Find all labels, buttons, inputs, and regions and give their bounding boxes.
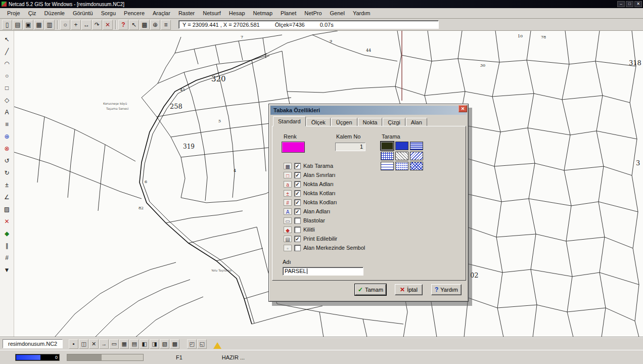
help-icon[interactable]: ? <box>118 20 128 30</box>
menu-netmap[interactable]: Netmap <box>249 9 277 17</box>
tab-cizgi[interactable]: Çizgi <box>383 118 405 126</box>
parallel-tool-icon[interactable]: ∥ <box>2 240 13 251</box>
warning-triangle-icon[interactable] <box>212 339 222 349</box>
print-icon[interactable]: ▦ <box>34 20 44 30</box>
menu-pencere[interactable]: Pencere <box>120 9 149 17</box>
menu-planet[interactable]: Planet <box>277 9 300 17</box>
more-tools-icon[interactable]: ▼ <box>2 264 13 275</box>
menu-sorgu[interactable]: Sorgu <box>97 9 120 17</box>
iptal-button[interactable]: ✕ İptal <box>395 284 423 295</box>
delete-node-icon[interactable]: ⊗ <box>2 143 13 154</box>
tarama-pattern-7[interactable] <box>381 162 394 170</box>
hatch-tool-icon[interactable]: ▨ <box>2 204 13 214</box>
raster-grid-icon[interactable]: ▦ <box>119 339 129 349</box>
new-icon[interactable]: ▯ <box>2 20 12 30</box>
jump-icon[interactable]: → <box>99 339 109 349</box>
close-button[interactable]: ✕ <box>634 1 642 7</box>
menu-genel[interactable]: Genel <box>326 9 349 17</box>
move-icon[interactable]: ↔ <box>81 20 91 30</box>
tarama-pattern-9[interactable] <box>410 162 423 170</box>
menu-netpro[interactable]: NetPro <box>300 9 326 17</box>
checkbox-alan-merkezinde-sembol[interactable] <box>294 245 301 251</box>
tarama-pattern-6[interactable] <box>410 152 423 160</box>
tarama-pattern-1[interactable] <box>381 142 394 150</box>
delete-icon[interactable]: ✕ <box>103 20 113 30</box>
undo-icon[interactable]: ↺ <box>2 155 13 166</box>
menu-ciz[interactable]: Çiz <box>24 9 40 17</box>
menu-netsurf[interactable]: Netsurf <box>199 9 224 17</box>
point-mode-icon[interactable]: ▪ <box>69 339 78 349</box>
checkbox-blastolar[interactable] <box>294 217 301 224</box>
delete-mode-icon[interactable]: ✕ <box>89 339 99 349</box>
arc-tool-icon[interactable]: ◠ <box>2 58 13 69</box>
pick-icon[interactable]: ↖ <box>129 20 139 30</box>
pan-mode-icon[interactable]: ▭ <box>109 339 119 349</box>
checkbox-kilitli[interactable] <box>294 226 301 233</box>
erase-tool-icon[interactable]: ✕ <box>2 216 13 226</box>
menu-duzenle[interactable]: Düzenle <box>40 9 69 17</box>
yardim-button[interactable]: ? Yardım <box>431 284 462 295</box>
polygon-tool-icon[interactable]: ◇ <box>2 95 13 105</box>
kalem-no-field[interactable]: 1 <box>335 143 365 151</box>
symbol-tool-icon[interactable]: ◆ <box>2 228 13 239</box>
tile-a-icon[interactable]: ◰ <box>187 339 197 349</box>
menu-yardim[interactable]: Yardım <box>349 9 375 17</box>
dialog-title-bar[interactable]: Tabaka Özellikleri <box>270 106 467 115</box>
rotate-icon[interactable]: ↷ <box>92 20 102 30</box>
rectangle-tool-icon[interactable]: □ <box>2 82 13 93</box>
layers-tool-icon[interactable]: ≡ <box>2 119 13 129</box>
add-node-icon[interactable]: ⊕ <box>2 131 13 142</box>
tab-alan[interactable]: Alan <box>406 118 427 126</box>
checkbox-kati-tarama[interactable]: ✓ <box>294 163 301 169</box>
split-left-icon[interactable]: ◧ <box>140 339 149 349</box>
text-tool-icon[interactable]: A <box>2 107 13 117</box>
settings-icon[interactable]: ≡ <box>161 20 171 30</box>
checkbox-nokta-adlari[interactable]: ✓ <box>294 181 301 188</box>
zoom-icon[interactable]: ○ <box>60 20 70 30</box>
renk-swatch[interactable] <box>282 142 305 153</box>
pan-icon[interactable]: + <box>71 20 81 30</box>
circle-tool-icon[interactable]: ○ <box>2 70 13 81</box>
tab-standard[interactable]: Standard <box>273 116 306 126</box>
select-tool-icon[interactable]: ↖ <box>2 34 13 44</box>
redo-icon[interactable]: ↻ <box>2 167 13 178</box>
hatch-mode-icon[interactable]: ▧ <box>160 339 169 349</box>
frame-mode-icon[interactable]: ◫ <box>79 339 88 349</box>
tab-olcek[interactable]: Ölçek <box>306 118 331 126</box>
checkbox-print-edilebilir[interactable]: ✓ <box>294 236 301 242</box>
save-icon[interactable]: ▣ <box>23 20 33 30</box>
zoom-in-icon[interactable]: ⊕ <box>150 20 160 30</box>
tab-nokta[interactable]: Nokta <box>358 118 383 126</box>
tarama-pattern-4[interactable] <box>381 152 394 160</box>
layer-list-icon[interactable]: ▤ <box>129 339 139 349</box>
minimize-button[interactable]: – <box>617 1 625 7</box>
dialog-close-button[interactable]: ✕ <box>458 105 467 112</box>
checkbox-nokta-kodlari[interactable]: ✓ <box>294 199 301 206</box>
tarama-pattern-5[interactable] <box>395 152 408 160</box>
grid-tool-icon[interactable]: # <box>2 252 13 263</box>
preview-icon[interactable]: ▥ <box>44 20 55 30</box>
tarama-pattern-2[interactable] <box>395 142 408 150</box>
checkbox-alan-sinirlari[interactable]: ✓ <box>294 172 301 178</box>
raster-icon[interactable]: ▩ <box>140 20 150 30</box>
checkbox-nokta-kotlari[interactable]: ✓ <box>294 190 301 197</box>
layer-name-input[interactable]: PARSEL <box>283 267 363 276</box>
checkbox-alan-adlari[interactable]: ✓ <box>294 208 301 215</box>
menu-raster[interactable]: Raster <box>174 9 199 17</box>
tarama-pattern-3[interactable] <box>410 142 423 150</box>
tamam-button[interactable]: ✓ Tamam <box>355 284 386 295</box>
menu-araclar[interactable]: Araçlar <box>149 9 174 17</box>
menu-hesap[interactable]: Hesap <box>225 9 249 17</box>
document-tab[interactable]: resimdonusum.NC2 <box>3 339 63 348</box>
line-tool-icon[interactable]: ╱ <box>2 46 13 57</box>
tab-ucgen[interactable]: Üçgen <box>331 118 357 126</box>
tarama-pattern-8[interactable] <box>395 162 408 170</box>
tile-b-icon[interactable]: ◱ <box>197 339 207 349</box>
maximize-button[interactable]: □ <box>626 1 633 7</box>
menu-proje[interactable]: Proje <box>3 9 24 17</box>
open-icon[interactable]: ▤ <box>13 20 23 30</box>
grid-snap-icon[interactable]: ▩ <box>170 339 179 349</box>
menu-goruntu[interactable]: Görüntü <box>69 9 97 17</box>
angle-icon[interactable]: ∠ <box>2 192 13 202</box>
elevation-icon[interactable]: ± <box>2 179 13 190</box>
